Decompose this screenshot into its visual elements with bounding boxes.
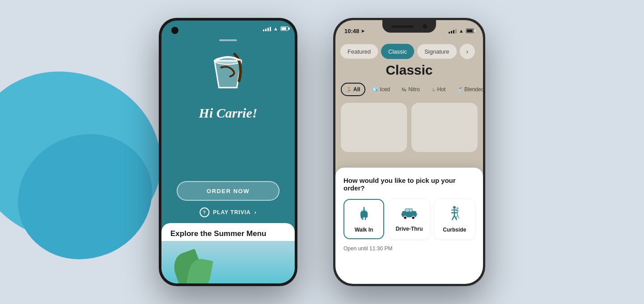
order-now-label: ORDER NOW [207,188,250,194]
signal-icon [263,26,271,31]
walk-in-label: Walk In [355,227,373,233]
pickup-question: How would you like to pick up your order… [343,177,475,192]
play-trivia-button[interactable]: ? PLAY TRIVIA › [199,207,256,217]
tab-featured[interactable]: Featured [340,44,378,59]
filter-blended[interactable]: 🥤 Blended [453,83,483,96]
order-now-button[interactable]: ORDER NOW [177,181,280,201]
svg-point-13 [457,207,459,209]
svg-rect-7 [410,209,412,212]
svg-point-8 [403,216,407,219]
walk-in-icon [357,206,371,223]
iphone-notch [382,20,436,33]
curbside-option[interactable]: Curbside [434,199,475,239]
phones-container: ▲ [159,18,485,286]
android-logo-area: Hi Carrie! [199,47,258,121]
menu-cards-area [341,103,478,152]
coffee-logo-icon [201,47,255,101]
svg-rect-11 [415,213,417,215]
pickup-modal: How would you like to pick up your order… [335,168,483,284]
location-arrow-icon: ➤ [361,29,364,34]
wifi-icon: ▲ [459,28,464,34]
filter-nitro[interactable]: N₂ Nitro [397,83,424,96]
svg-point-9 [411,216,415,219]
trivia-icon: ? [199,207,209,217]
summer-menu-image [161,241,295,283]
play-trivia-label: PLAY TRIVIA [213,209,250,215]
iphone-speaker [391,25,414,28]
drag-indicator [219,39,237,41]
android-camera [171,27,178,34]
iced-icon: 🧊 [373,87,378,92]
category-tabs: Featured Classic Signature › [335,40,483,63]
filter-row: 🏃 All 🧊 Iced N₂ Nitro ♨ Hot 🥤 Blend [335,83,483,96]
wifi-icon: ▲ [273,26,278,31]
filter-hot[interactable]: ♨ Hot [427,83,450,96]
nitro-icon: N₂ [402,87,407,92]
drive-thru-icon [401,207,417,222]
blended-icon: 🥤 [457,87,462,92]
open-until-text: Open until 11:30 PM [343,245,475,252]
iphone-status-right: ▲ [449,28,474,34]
drive-thru-option[interactable]: Drive-Thru [389,199,429,239]
android-status-icons: ▲ [263,26,288,31]
category-title: Classic [335,63,483,78]
drive-thru-label: Drive-Thru [396,226,423,232]
pickup-options: Walk In [343,199,475,239]
menu-card-2[interactable] [411,103,478,152]
svg-point-12 [453,206,456,209]
hot-icon: ♨ [432,87,436,92]
iphone-time: 10:48 ➤ [344,28,364,34]
iphone-front-camera [423,24,427,29]
walk-in-option[interactable]: Walk In [343,199,384,239]
tab-classic[interactable]: Classic [381,44,414,59]
svg-rect-6 [406,209,409,212]
battery-icon [466,29,474,33]
summer-menu-section[interactable]: Explore the Summer Menu [161,223,295,283]
phone-iphone: 10:48 ➤ ▲ [333,18,485,286]
greeting-text: Hi Carrie! [199,106,258,121]
curbside-label: Curbside [443,227,466,233]
menu-card-1[interactable] [341,103,407,152]
svg-rect-10 [401,213,403,215]
chevron-right-icon: › [254,209,257,215]
curbside-icon [447,206,462,223]
filter-all[interactable]: 🏃 All [341,83,365,96]
svg-rect-3 [360,212,368,217]
android-status-bar: ▲ [161,21,295,37]
android-screen: ▲ [161,21,295,283]
summer-menu-title: Explore the Summer Menu [161,223,295,241]
iphone-screen: 10:48 ➤ ▲ [335,20,483,284]
all-icon: 🏃 [346,87,352,92]
filter-iced[interactable]: 🧊 Iced [368,83,394,96]
cellular-icon [449,28,457,34]
tab-signature[interactable]: Signature [417,44,457,59]
battery-icon [280,26,288,31]
phone-android: ▲ [159,18,297,286]
tab-more-button[interactable]: › [460,44,475,59]
